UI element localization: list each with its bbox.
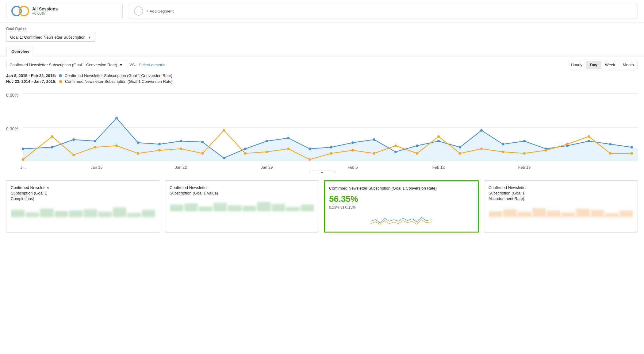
svg-point-50 <box>309 158 311 161</box>
add-segment-button[interactable]: + Add Segment <box>129 4 638 18</box>
metric-dropdown[interactable]: Confirmed Newsletter Subscription (Goal … <box>6 61 126 69</box>
select-metric-link[interactable]: Select a metric <box>139 63 165 67</box>
svg-point-51 <box>330 152 332 155</box>
goal-selected-label: Goal 1: Confirmed Newsletter Subscriptio… <box>10 35 86 40</box>
svg-point-23 <box>351 141 354 144</box>
svg-point-38 <box>51 135 53 138</box>
main-chart: 0.60% 0.30% <box>6 87 638 173</box>
svg-point-52 <box>351 149 354 152</box>
svg-point-49 <box>287 148 289 150</box>
legend-row-secondary: Nov 23, 2014 - Jan 7, 2015: Confirmed Ne… <box>6 79 638 84</box>
svg-point-39 <box>72 154 75 156</box>
card-conversion-sub: 0.23% vs 0.15% <box>329 205 474 210</box>
svg-point-26 <box>416 144 418 147</box>
svg-point-58 <box>480 148 483 150</box>
svg-point-29 <box>480 129 483 132</box>
svg-text:Jan 22: Jan 22 <box>175 165 187 170</box>
svg-point-17 <box>223 157 225 159</box>
svg-point-45 <box>201 152 204 155</box>
card-conversion-chart <box>329 212 474 227</box>
add-segment-label: + Add Segment <box>146 9 174 13</box>
svg-point-12 <box>115 117 118 119</box>
card-conversion-title: Confirmed Newsletter Subscription (Goal … <box>329 186 474 191</box>
tab-overview[interactable]: Overview <box>6 47 34 56</box>
svg-point-31 <box>523 140 526 142</box>
svg-point-37 <box>22 158 24 161</box>
svg-point-36 <box>631 146 633 148</box>
svg-point-20 <box>287 137 289 139</box>
svg-point-14 <box>158 143 161 145</box>
card-conversion-value: 56.35% <box>329 194 474 204</box>
time-granularity: Hourly Day Week Month <box>567 61 638 69</box>
chart-legend: Jan 8, 2015 - Feb 22, 2015: Confirmed Ne… <box>0 73 644 87</box>
svg-point-41 <box>115 144 118 147</box>
svg-point-64 <box>609 152 611 155</box>
svg-point-55 <box>416 152 418 155</box>
svg-text:Feb 5: Feb 5 <box>347 165 358 170</box>
svg-point-35 <box>609 143 611 145</box>
svg-point-62 <box>566 143 569 145</box>
svg-point-54 <box>394 144 397 147</box>
orange-dot-icon <box>59 80 63 83</box>
chart-area: 0.60% 0.30% <box>0 87 644 174</box>
vs-label: VS. <box>129 63 136 67</box>
svg-point-10 <box>72 138 75 141</box>
svg-point-63 <box>588 135 590 138</box>
svg-point-27 <box>437 140 440 142</box>
svg-point-19 <box>266 140 268 142</box>
card-completions-title: Confirmed NewsletterSubscription (Goal 1… <box>11 185 155 202</box>
card-abandonment-chart <box>489 205 633 220</box>
svg-text:Feb 12: Feb 12 <box>432 165 445 170</box>
svg-point-46 <box>223 129 225 132</box>
svg-point-48 <box>266 151 268 153</box>
metric-card-conversion-rate[interactable]: Confirmed Newsletter Subscription (Goal … <box>324 180 479 233</box>
hourly-button[interactable]: Hourly <box>567 61 586 69</box>
goal-dropdown[interactable]: Goal 1: Confirmed Newsletter Subscriptio… <box>6 33 95 42</box>
metric-card-abandonment[interactable]: Confirmed NewsletterSubscription (Goal 1… <box>484 180 638 233</box>
day-button[interactable]: Day <box>586 61 601 69</box>
overview-tab-bar: Overview <box>0 47 644 56</box>
chart-controls: Confirmed Newsletter Subscription (Goal … <box>0 56 644 73</box>
segment-circles <box>11 6 29 16</box>
card-value-chart <box>170 199 314 214</box>
svg-point-30 <box>502 143 504 145</box>
svg-text:0.60%: 0.60% <box>6 93 18 98</box>
svg-point-21 <box>309 148 311 150</box>
month-button[interactable]: Month <box>619 61 638 69</box>
chevron-down-icon: ▼ <box>88 36 91 39</box>
week-button[interactable]: Week <box>601 61 619 69</box>
svg-point-60 <box>523 152 526 155</box>
svg-point-65 <box>631 152 633 155</box>
svg-point-8 <box>22 148 24 150</box>
svg-point-13 <box>137 141 139 144</box>
svg-point-40 <box>94 146 96 148</box>
secondary-metric-label: Confirmed Newsletter Subscription (Goal … <box>65 79 173 84</box>
all-sessions-segment[interactable]: All Sessions +0.00% <box>6 3 123 19</box>
add-segment-circle-icon <box>134 6 143 16</box>
blue-dot-icon <box>59 74 62 78</box>
svg-text:0.30%: 0.30% <box>6 126 18 131</box>
svg-point-42 <box>137 152 139 155</box>
metric-label: Confirmed Newsletter Subscription (Goal … <box>10 63 117 67</box>
segment-bar: All Sessions +0.00% + Add Segment <box>0 0 644 22</box>
card-value-title: Confirmed NewsletterSubscription (Goal 1… <box>170 185 314 196</box>
svg-point-11 <box>94 140 96 142</box>
legend-row-primary: Jan 8, 2015 - Feb 22, 2015: Confirmed Ne… <box>6 73 638 78</box>
metric-cards: Confirmed NewsletterSubscription (Goal 1… <box>0 174 644 239</box>
metric-card-completions[interactable]: Confirmed NewsletterSubscription (Goal 1… <box>6 180 160 233</box>
svg-point-0 <box>59 74 62 77</box>
metric-card-value[interactable]: Confirmed NewsletterSubscription (Goal 1… <box>165 180 319 233</box>
svg-point-22 <box>330 146 332 148</box>
svg-marker-7 <box>23 118 638 161</box>
goal-option-section: Goal Option: Goal 1: Confirmed Newslette… <box>0 22 644 44</box>
primary-metric-label: Confirmed Newsletter Subscription (Goal … <box>65 73 172 78</box>
svg-point-34 <box>588 140 590 142</box>
svg-text:J...: J... <box>20 165 25 170</box>
svg-point-18 <box>244 148 247 150</box>
svg-point-43 <box>158 149 161 152</box>
orange-circle-icon <box>19 6 29 16</box>
svg-point-57 <box>459 152 461 155</box>
svg-point-16 <box>201 141 204 143</box>
svg-text:Jan 29: Jan 29 <box>261 165 273 170</box>
goal-option-label: Goal Option: <box>6 27 638 31</box>
